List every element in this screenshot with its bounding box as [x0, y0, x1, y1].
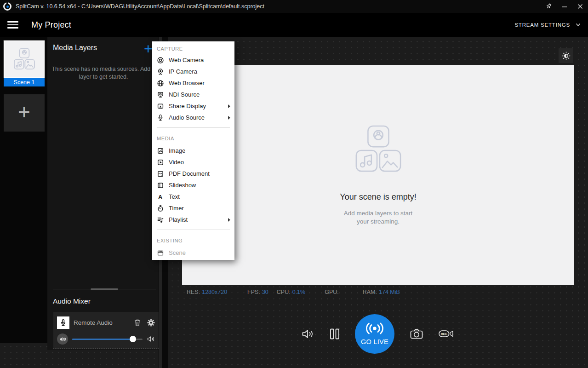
- stream-controls: GO LIVE REC: [168, 312, 588, 356]
- menu-item-video[interactable]: Video: [152, 156, 234, 168]
- menu-hamburger-icon[interactable]: [7, 21, 18, 29]
- text-icon: A: [157, 193, 164, 201]
- plus-icon: +: [18, 103, 30, 121]
- brightness-effects-button[interactable]: [559, 48, 573, 63]
- rec-icon: REC: [439, 328, 454, 339]
- menu-section-media: MEDIA: [152, 132, 234, 145]
- menu-separator: [157, 127, 230, 128]
- ram-value: 174 MiB: [379, 289, 400, 295]
- scene-preview[interactable]: Your scene is empty! Add media layers to…: [182, 65, 574, 285]
- volume-slider-knob[interactable]: [130, 336, 136, 342]
- ram-label: RAM:: [363, 289, 377, 295]
- volume-slider[interactable]: [72, 339, 143, 340]
- splitcam-window: SplitCam v. 10.6.54 x64 - C:\Users\WDAGU…: [0, 0, 588, 368]
- go-live-label: GO LIVE: [361, 338, 388, 345]
- close-button[interactable]: [572, 0, 588, 13]
- camera-icon: [410, 328, 423, 339]
- chevron-down-icon: [576, 23, 581, 27]
- media-layers-panel: Media Layers + This scene has no media s…: [47, 37, 160, 350]
- pause-icon: [330, 328, 340, 339]
- menu-item-ip-camera[interactable]: IP Camera: [152, 66, 234, 77]
- menu-item-ndi-source[interactable]: NDI Source: [152, 89, 234, 100]
- pause-button[interactable]: [330, 328, 340, 339]
- menu-section-capture: CAPTURE: [152, 43, 234, 54]
- menu-item-scene[interactable]: Scene: [152, 247, 234, 259]
- snapshot-button[interactable]: [410, 328, 423, 339]
- scene-placeholder-icon: [12, 47, 37, 71]
- menu-item-share-display[interactable]: Share Display: [152, 100, 234, 112]
- status-bar: RES:1280x720 FPS:30 CPU:0.1% GPU: RAM:17…: [187, 288, 582, 297]
- image-icon: [157, 147, 164, 155]
- empty-scene-subtitle: Add media layers to start your streaming…: [344, 209, 412, 226]
- microphone-icon: [57, 316, 69, 329]
- delete-audio-icon[interactable]: [134, 319, 141, 327]
- titlebar: SplitCam v. 10.6.54 x64 - C:\Users\WDAGU…: [0, 0, 588, 13]
- record-button[interactable]: REC: [439, 328, 454, 339]
- web-camera-icon: [157, 57, 164, 64]
- menu-item-web-browser[interactable]: Web Browser: [152, 77, 234, 89]
- submenu-arrow-icon: [228, 116, 230, 120]
- timer-icon: [157, 205, 164, 212]
- media-layers-title: Media Layers: [53, 44, 97, 52]
- empty-scene-icon: [351, 124, 405, 175]
- audio-mixer-item: Remote Audio: [53, 312, 159, 349]
- fps-value: 30: [262, 289, 268, 295]
- menu-item-audio-source[interactable]: Audio Source: [152, 112, 234, 123]
- app-header: My Project STREAM SETTINGS: [0, 13, 588, 37]
- project-title: My Project: [31, 20, 71, 30]
- web-browser-icon: [157, 80, 164, 87]
- media-layers-empty-text: This scene has no media sources. Add a l…: [50, 65, 157, 81]
- cpu-value: 0.1%: [292, 289, 306, 295]
- minimize-button[interactable]: [557, 0, 572, 13]
- stream-settings-label: STREAM SETTINGS: [514, 22, 570, 28]
- splitcam-logo-icon: [3, 2, 11, 11]
- scenes-sidebar: Scene 1 +: [0, 37, 47, 343]
- add-layer-menu: CAPTURE Web Camera IP Camera Web Browser…: [152, 41, 234, 260]
- empty-scene-title: Your scene is empty!: [340, 192, 416, 202]
- pin-icon[interactable]: [541, 0, 557, 13]
- ip-camera-icon: [157, 68, 164, 75]
- scene-thumbnail[interactable]: [4, 40, 45, 78]
- speaker-icon: [147, 336, 155, 342]
- menu-item-playlist[interactable]: Playlist: [152, 214, 234, 225]
- playlist-icon: [157, 216, 164, 224]
- gpu-label: GPU:: [325, 289, 339, 295]
- submenu-arrow-icon: [228, 104, 230, 108]
- slideshow-icon: [157, 182, 164, 189]
- window-title: SplitCam v. 10.6.54 x64 - C:\Users\WDAGU…: [16, 3, 264, 10]
- pdf-icon: PDF: [157, 170, 164, 178]
- broadcast-icon: [364, 322, 385, 335]
- brightness-icon: [562, 52, 571, 60]
- menu-separator: [157, 230, 230, 230]
- menu-item-web-camera[interactable]: Web Camera: [152, 54, 234, 66]
- cpu-label: CPU:: [277, 289, 291, 295]
- share-display-icon: [157, 103, 164, 110]
- add-scene-button[interactable]: +: [4, 94, 45, 132]
- menu-item-slideshow[interactable]: Slideshow: [152, 179, 234, 191]
- panel-resize-handle[interactable]: [53, 289, 156, 289]
- submenu-arrow-icon: [228, 218, 230, 222]
- menu-item-pdf-document[interactable]: PDF PDF Document: [152, 168, 234, 179]
- scene-label[interactable]: Scene 1: [4, 78, 45, 86]
- video-icon: [157, 159, 164, 166]
- res-label: RES:: [187, 289, 200, 295]
- speaker-muted-icon: [59, 336, 66, 342]
- menu-item-timer[interactable]: Timer: [152, 202, 234, 214]
- svg-text:PDF: PDF: [159, 172, 163, 175]
- menu-item-text[interactable]: A Text: [152, 191, 234, 202]
- audio-settings-gear-icon[interactable]: [147, 319, 155, 327]
- stream-settings-button[interactable]: STREAM SETTINGS: [514, 22, 581, 28]
- speaker-icon: [302, 328, 314, 339]
- audio-toggle-button[interactable]: [302, 328, 314, 339]
- mute-button[interactable]: [57, 334, 68, 345]
- add-layer-button[interactable]: +: [144, 40, 153, 58]
- menu-item-image[interactable]: Image: [152, 145, 234, 156]
- ndi-source-icon: [157, 91, 164, 98]
- svg-text:A: A: [158, 193, 163, 200]
- audio-source-name: Remote Audio: [74, 319, 113, 326]
- go-live-button[interactable]: GO LIVE: [355, 314, 394, 354]
- scene-icon: [157, 249, 164, 257]
- svg-text:REC: REC: [441, 332, 447, 335]
- fps-label: FPS:: [247, 289, 260, 295]
- audio-source-icon: [157, 114, 164, 121]
